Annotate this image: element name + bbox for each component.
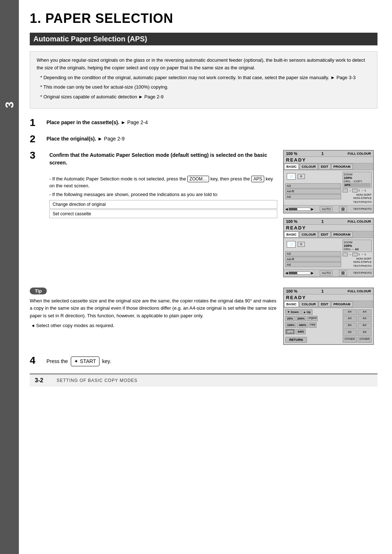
cs3-size-a3-2[interactable]: A3 xyxy=(358,316,372,322)
step-3-text: Confirm that the Automatic Paper Selecti… xyxy=(49,150,277,167)
cs2-cassette-a4: A4 xyxy=(285,262,341,267)
cs1-feeder-icon: ≡ xyxy=(298,174,305,179)
cs1-body: 📄 ≡ A3 A4-R xyxy=(284,170,373,205)
tip-left: Tip When the selected cassette size and … xyxy=(30,288,277,328)
cs2-photo-icon: 🖼 xyxy=(339,270,347,276)
cs3-200-btn[interactable]: 200% xyxy=(295,316,306,321)
chapter-number: 3 xyxy=(3,102,16,108)
cs3-400-btn[interactable]: 400% xyxy=(297,322,308,328)
cs2-copy-icons: → 1 → 1 xyxy=(343,253,372,256)
cs2-ready: READY xyxy=(284,225,373,231)
info-note-3: * Original sizes capable of automatic de… xyxy=(40,93,371,101)
cs3-size-a4-2[interactable]: A4 xyxy=(358,309,372,315)
copier-screen-2: 100 % 1 FULL COLOUR READY BASIC COLOUR E… xyxy=(283,218,374,277)
info-main-text: When you place regular-sized originals o… xyxy=(37,57,371,72)
cs3-size-a5-2[interactable]: A5 xyxy=(358,330,372,336)
cs3-up-btn[interactable]: ▲ Up xyxy=(301,309,313,315)
cs1-header: 100 % 1 FULL COLOUR xyxy=(284,151,373,157)
start-star-icon: ✦ xyxy=(74,358,78,365)
step-3-row: 3 Confirm that the Automatic Paper Selec… xyxy=(30,150,377,282)
cs3-zoom-btns: 25% 200% original xyxy=(285,316,341,321)
cs2-body: 📄 ≡ A3 A4-R xyxy=(284,238,373,269)
cs3-size-b4-2[interactable]: B4 xyxy=(358,323,372,329)
cs1-auto[interactable]: AUTO xyxy=(320,207,332,212)
cs1-cassette-a4r: A4-R xyxy=(285,189,341,194)
cs1-cassette-a4: A4 xyxy=(285,194,341,199)
cs3-aps-btn[interactable]: APS xyxy=(285,329,295,334)
bottom-label: SETTING OF BASIC COPY MODES xyxy=(57,378,138,383)
cs1-left: 📄 ≡ A3 A4-R xyxy=(285,172,341,204)
step-1-number: 1 xyxy=(30,117,44,129)
cs3-100-btn[interactable]: 100% xyxy=(285,322,296,328)
cs2-tab-program[interactable]: PROGRAM xyxy=(331,232,353,237)
cs3-down-btn[interactable]: ▼ Down xyxy=(285,309,301,315)
cs1-text-photo: TEXT/PHOTO xyxy=(343,200,372,204)
cs1-doc-icon: 📄 xyxy=(287,173,295,180)
cs3-size-other-1[interactable]: OTHER xyxy=(343,337,357,343)
cs1-tab-program[interactable]: PROGRAM xyxy=(331,164,353,170)
cs2-text-photo: TEXT/PHOTO xyxy=(343,264,372,268)
message-box-2: Set correct cassette xyxy=(49,209,277,218)
cs3-size-grid: A4 A4 A3 A3 B4 B4 A5 A5 OTHER OTHER xyxy=(343,309,372,343)
cs2-auto[interactable]: AUTO xyxy=(320,270,332,276)
cs2-header: 100 % 1 FULL COLOUR xyxy=(284,219,373,225)
step-1-row: 1 Place paper in the cassette(s). ► Page… xyxy=(30,117,377,129)
step-2-text: Place the original(s). ► Page 2-9 xyxy=(46,134,124,143)
step-4-number: 4 xyxy=(30,355,44,366)
cs2-cassettes: A3 A4-R A4 xyxy=(285,251,341,267)
section-title: Automatic Paper Selection (APS) xyxy=(30,33,377,45)
steps-section: 1 Place paper in the cassette(s). ► Page… xyxy=(30,117,377,282)
cs2-exposure-bar xyxy=(289,272,310,274)
cs1-tab-basic[interactable]: BASIC xyxy=(284,164,299,170)
step-2-number: 2 xyxy=(30,134,44,145)
cs3-size-a3-1[interactable]: A3 xyxy=(343,316,357,322)
cs3-size-b4-1[interactable]: B4 xyxy=(343,323,357,329)
cs3-tab-program[interactable]: PROGRAM xyxy=(331,301,353,307)
bottom-bar: 3-2 SETTING OF BASIC COPY MODES xyxy=(30,374,377,387)
cs2-left: 📄 ≡ A3 A4-R xyxy=(285,240,341,268)
message-box-1: Change direction of original xyxy=(49,200,277,209)
cs1-exposure-bar xyxy=(289,208,310,211)
start-key[interactable]: ✦ START xyxy=(71,357,99,366)
info-note-2: * This mode can only be used for actual-… xyxy=(40,83,371,91)
cs2-tab-basic[interactable]: BASIC xyxy=(284,232,299,237)
cs1-photo-icon: 🖼 xyxy=(339,206,347,212)
cs1-tab-colour[interactable]: COLOUR xyxy=(299,164,318,170)
cs3-body: ▼ Down ▲ Up 25% 200% original 100% xyxy=(284,308,373,344)
cs1-cassettes: A3 A4-R A4 xyxy=(285,183,341,199)
cs3-size-a5-1[interactable]: A5 xyxy=(343,330,357,336)
bottom-page-number: 3-2 xyxy=(35,377,49,384)
cs1-text-photo-footer: TEXT/PHOTO xyxy=(353,207,372,211)
cs3-ready: READY xyxy=(284,294,373,301)
cs3-size-other-2[interactable]: OTHER xyxy=(358,337,372,343)
page-title: 1. PAPER SELECTION xyxy=(30,11,377,26)
cs1-doc-area: 📄 ≡ xyxy=(285,172,341,181)
cs3-layout: ▼ Down ▲ Up 25% 200% original 100% xyxy=(285,309,372,343)
cs3-tab-colour[interactable]: COLOUR xyxy=(299,301,318,307)
cs3-tab-basic[interactable]: BASIC xyxy=(284,301,299,307)
cs2-tab-edit[interactable]: EDIT xyxy=(319,232,331,237)
chapter-tab: 3 xyxy=(0,0,19,554)
tip-text: When the selected cassette size and the … xyxy=(30,297,277,320)
cs1-ready: READY xyxy=(284,157,373,163)
cs3-25-btn[interactable]: 25% xyxy=(285,316,295,321)
copier-screen-3: 100 % 1 FULL COLOUR READY BASIC COLOUR E… xyxy=(283,288,374,345)
tip-badge: Tip xyxy=(30,288,47,294)
cs3-header: 100 % 1 FULL COLOUR xyxy=(284,288,373,294)
step-3-text-area: Confirm that the Automatic Paper Selecti… xyxy=(49,150,277,219)
info-note-1: * Depending on the condition of the orig… xyxy=(40,74,371,82)
tip-section: Tip When the selected cassette size and … xyxy=(30,288,377,349)
cs3-aps-ams: APS AMS xyxy=(285,329,341,334)
cs3-size-a4-1[interactable]: A4 xyxy=(343,309,357,315)
cs3-original-label: original xyxy=(307,316,318,321)
cs2-tab-colour[interactable]: COLOUR xyxy=(299,232,318,237)
cs3-left-controls: ▼ Down ▲ Up 25% 200% original 100% xyxy=(285,309,341,343)
main-content: 1. PAPER SELECTION Automatic Paper Selec… xyxy=(19,0,392,554)
cs1-tab-edit[interactable]: EDIT xyxy=(319,164,331,170)
cs3-return-btn[interactable]: RETURN xyxy=(285,337,307,343)
cs2-right: ZOOM 100% ORG.→ A3 → xyxy=(343,240,372,268)
cs3-tab-edit[interactable]: EDIT xyxy=(319,301,331,307)
cs3-tabs: BASIC COLOUR EDIT PROGRAM xyxy=(284,301,373,308)
cs3-ams-btn[interactable]: AMS xyxy=(295,329,306,334)
cs1-tabs: BASIC COLOUR EDIT PROGRAM xyxy=(284,163,373,170)
